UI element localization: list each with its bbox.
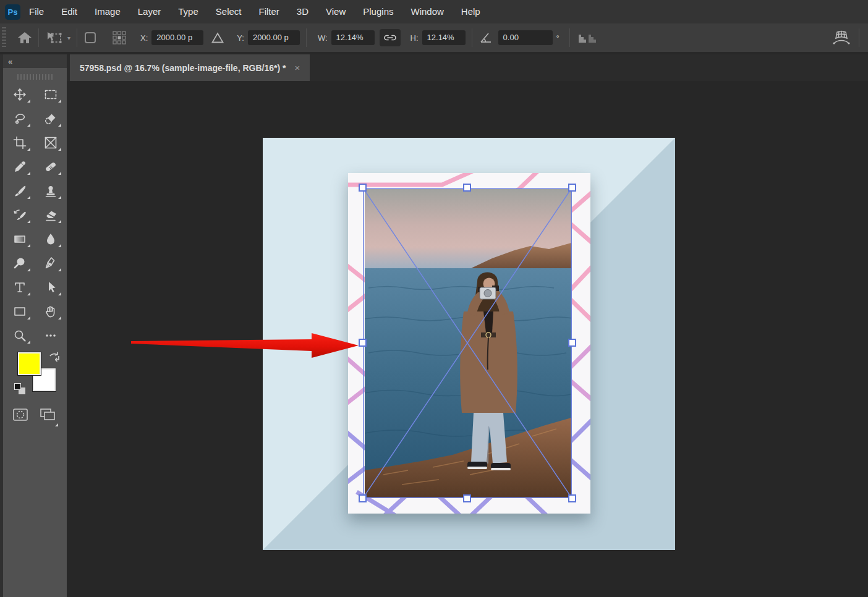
- reference-point-locator-icon[interactable]: [112, 30, 127, 45]
- close-icon[interactable]: ×: [294, 62, 300, 73]
- spot-healing-brush-tool[interactable]: [35, 155, 66, 179]
- maintain-aspect-ratio-link-icon[interactable]: [380, 29, 401, 46]
- flyout-indicator: [27, 244, 30, 247]
- options-bar-grip: [2, 27, 6, 48]
- home-icon[interactable]: [17, 31, 32, 44]
- blur-tool[interactable]: [35, 227, 66, 251]
- document-tab[interactable]: 57958.psd @ 16.7% (sample-image-file, RG…: [70, 54, 310, 81]
- menu-3d[interactable]: 3D: [288, 0, 317, 23]
- x-position-input[interactable]: 2000.00 p: [151, 30, 203, 45]
- flyout-indicator: [58, 316, 61, 320]
- flyout-indicator: [27, 124, 30, 127]
- rotation-angle-input[interactable]: 0.00: [498, 30, 553, 45]
- separator: [569, 28, 570, 47]
- y-position-input[interactable]: 2000.00 p: [248, 30, 300, 45]
- rectangular-marquee-tool[interactable]: [35, 82, 66, 106]
- foreground-color-swatch[interactable]: [18, 352, 41, 375]
- transform-handle-bottom-right[interactable]: [568, 494, 576, 502]
- height-scale-input[interactable]: 12.14%: [422, 30, 466, 45]
- screen-mode-icon[interactable]: [38, 407, 57, 425]
- transform-handle-top-middle[interactable]: [463, 184, 471, 192]
- rotation-angle-icon: [479, 31, 493, 44]
- height-label: H:: [411, 33, 419, 43]
- warp-mode-icon[interactable]: [832, 28, 851, 47]
- flyout-indicator: [27, 196, 30, 199]
- reference-point-toggle-checkbox[interactable]: [85, 32, 96, 43]
- document-tab-strip: 57958.psd @ 16.7% (sample-image-file, RG…: [67, 54, 868, 81]
- separator: [77, 28, 77, 47]
- transform-handle-top-right[interactable]: [568, 184, 576, 192]
- crop-tool[interactable]: [4, 130, 35, 155]
- tools-panel-grip[interactable]: [17, 74, 53, 80]
- path-selection-tool[interactable]: [35, 275, 66, 299]
- menu-window[interactable]: Window: [402, 0, 452, 23]
- flyout-indicator: [58, 196, 61, 199]
- width-scale-input[interactable]: 12.14%: [331, 30, 375, 45]
- clone-stamp-tool[interactable]: [35, 179, 66, 203]
- transform-handle-top-left[interactable]: [359, 184, 367, 192]
- menu-type[interactable]: Type: [169, 0, 207, 23]
- window-gap: [0, 52, 868, 54]
- flyout-indicator: [27, 100, 30, 103]
- eraser-tool[interactable]: [35, 203, 66, 227]
- separator: [38, 28, 39, 47]
- transform-handle-bottom-middle[interactable]: [463, 494, 471, 502]
- menu-help[interactable]: Help: [453, 0, 489, 23]
- hand-tool[interactable]: [35, 299, 66, 323]
- type-tool[interactable]: [4, 275, 35, 299]
- move-tool[interactable]: [4, 82, 35, 106]
- y-label: Y:: [237, 33, 244, 43]
- flyout-indicator: [58, 100, 61, 103]
- quick-mask-mode-icon[interactable]: [12, 407, 29, 425]
- document-viewport[interactable]: [67, 81, 868, 597]
- flyout-indicator: [27, 341, 30, 344]
- rectangle-tool[interactable]: [4, 299, 35, 323]
- color-swatches: [3, 351, 70, 404]
- flyout-indicator: [58, 172, 61, 175]
- default-colors-icon[interactable]: [14, 383, 25, 394]
- transform-handle-middle-right[interactable]: [568, 339, 576, 347]
- menu-edit[interactable]: Edit: [53, 0, 86, 23]
- flyout-indicator: [27, 268, 30, 271]
- lasso-tool[interactable]: [4, 106, 35, 130]
- menu-image[interactable]: Image: [86, 0, 129, 23]
- transform-outline: [363, 188, 572, 498]
- transform-handle-bottom-left[interactable]: [359, 494, 367, 502]
- annotation-arrow: [129, 332, 366, 362]
- transform-preset-icon[interactable]: [45, 30, 64, 46]
- gradient-tool[interactable]: [4, 227, 35, 251]
- menu-layer[interactable]: Layer: [129, 0, 170, 23]
- quick-selection-tool[interactable]: [35, 106, 66, 130]
- interpolation-icon[interactable]: [576, 30, 601, 46]
- history-brush-tool[interactable]: [4, 203, 35, 227]
- brush-tool[interactable]: [4, 179, 35, 203]
- swap-colors-icon[interactable]: [48, 351, 61, 367]
- zoom-tool[interactable]: [4, 323, 35, 347]
- free-transform-bounding-box[interactable]: [363, 188, 572, 498]
- flyout-indicator: [58, 244, 61, 247]
- x-label: X:: [140, 33, 148, 43]
- menu-select[interactable]: Select: [207, 0, 250, 23]
- menu-filter[interactable]: Filter: [250, 0, 288, 23]
- flyout-indicator: [27, 220, 30, 223]
- tool-grid: [4, 82, 67, 347]
- separator: [859, 28, 859, 47]
- toolbar-bottom-buttons: [3, 404, 67, 425]
- collapse-panel-icon[interactable]: «: [8, 57, 12, 66]
- pen-tool[interactable]: [35, 251, 66, 275]
- menu-file[interactable]: File: [20, 0, 53, 23]
- eyedropper-tool[interactable]: [4, 155, 35, 179]
- edit-toolbar-icon[interactable]: [35, 323, 66, 347]
- menu-view[interactable]: View: [317, 0, 354, 23]
- chevron-down-icon[interactable]: ▾: [67, 35, 70, 41]
- flyout-indicator: [27, 148, 30, 151]
- separator: [306, 28, 307, 47]
- flyout-indicator: [58, 292, 61, 295]
- menu-plugins[interactable]: Plugins: [354, 0, 402, 23]
- relative-positioning-delta-icon[interactable]: [211, 32, 224, 44]
- flyout-indicator: [58, 220, 61, 223]
- flyout-indicator: [55, 423, 58, 426]
- menu-bar: Ps File Edit Image Layer Type Select Fil…: [0, 0, 868, 23]
- dodge-tool[interactable]: [4, 251, 35, 275]
- frame-tool[interactable]: [35, 130, 66, 155]
